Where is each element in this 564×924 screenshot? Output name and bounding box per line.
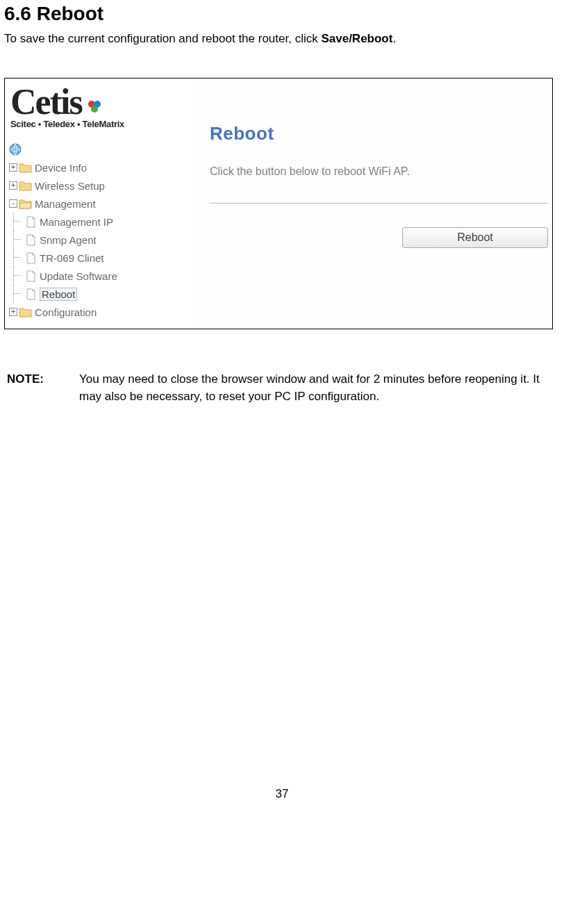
page-number: 37: [4, 787, 560, 815]
tree-item-snmp-agent[interactable]: Snmp Agent: [9, 231, 189, 249]
tree-label: Snmp Agent: [40, 234, 97, 246]
tree-root[interactable]: [9, 140, 189, 158]
folder-icon: [19, 163, 32, 173]
intro-pre: To save the current configuration and re…: [4, 32, 321, 45]
tree-line: [13, 231, 26, 249]
brand-subtitle: Scitec • Teledex • TeleMatrix: [10, 119, 186, 129]
folder-open-icon: [19, 199, 32, 209]
intro-bold: Save/Reboot: [321, 32, 392, 45]
page-icon: [26, 216, 36, 228]
expand-icon[interactable]: +: [9, 163, 17, 172]
page-icon: [26, 234, 36, 246]
main-panel: Reboot Click the button below to reboot …: [189, 79, 552, 329]
tree-item-device-info[interactable]: + Device Info: [9, 158, 189, 176]
tree-label: Management IP: [40, 216, 113, 228]
note-block: NOTE: You may need to close the browser …: [4, 371, 560, 405]
globe-icon: [9, 143, 22, 156]
brand-orb-icon: [88, 99, 101, 116]
expand-icon[interactable]: +: [9, 308, 17, 316]
note-label: NOTE:: [7, 371, 79, 405]
svg-point-3: [10, 144, 21, 155]
tree-line: [13, 213, 26, 231]
tree-item-management[interactable]: - Management: [9, 195, 189, 213]
tree-line: [13, 249, 26, 267]
note-text: You may need to close the browser window…: [79, 371, 553, 405]
nav-tree: + Device Info + Wireless Setup -: [9, 140, 189, 321]
section-heading: 6.6 Reboot: [4, 3, 560, 25]
tree-item-update-software[interactable]: Update Software: [9, 267, 189, 285]
tree-item-configuration[interactable]: + Configuration: [9, 303, 189, 321]
collapse-icon[interactable]: -: [9, 199, 17, 208]
page-icon: [26, 252, 36, 264]
tree-label: Device Info: [35, 162, 87, 174]
tree-label: Management: [35, 198, 96, 210]
tree-label: Configuration: [35, 306, 97, 318]
brand-name: Cetis: [10, 82, 82, 122]
tree-line: [13, 267, 26, 285]
panel-heading: Reboot: [210, 123, 548, 145]
reboot-button[interactable]: Reboot: [402, 227, 548, 248]
tree-item-management-ip[interactable]: Management IP: [9, 213, 189, 231]
expand-icon[interactable]: +: [9, 181, 17, 190]
tree-label: TR-069 Clinet: [40, 252, 104, 264]
tree-label: Update Software: [40, 270, 117, 282]
page-icon: [26, 270, 36, 282]
svg-point-2: [91, 106, 98, 113]
sidebar: Cetis Scitec • Teledex • TeleMatrix: [5, 79, 189, 329]
tree-line: [13, 285, 26, 303]
brand-logo: Cetis Scitec • Teledex • TeleMatrix: [9, 83, 189, 131]
intro-text: To save the current configuration and re…: [4, 32, 560, 46]
panel-description: Click the button below to reboot WiFi AP…: [210, 165, 548, 178]
folder-icon: [19, 307, 32, 317]
router-ui-screenshot: Cetis Scitec • Teledex • TeleMatrix: [4, 78, 553, 329]
tree-label: Wireless Setup: [35, 180, 105, 192]
tree-label-selected: Reboot: [40, 288, 77, 301]
intro-post: .: [392, 32, 396, 45]
folder-icon: [19, 181, 32, 191]
tree-item-tr069[interactable]: TR-069 Clinet: [9, 249, 189, 267]
tree-item-reboot[interactable]: Reboot: [9, 285, 189, 303]
tree-item-wireless-setup[interactable]: + Wireless Setup: [9, 176, 189, 195]
divider: [210, 203, 548, 204]
page-icon: [26, 288, 36, 300]
